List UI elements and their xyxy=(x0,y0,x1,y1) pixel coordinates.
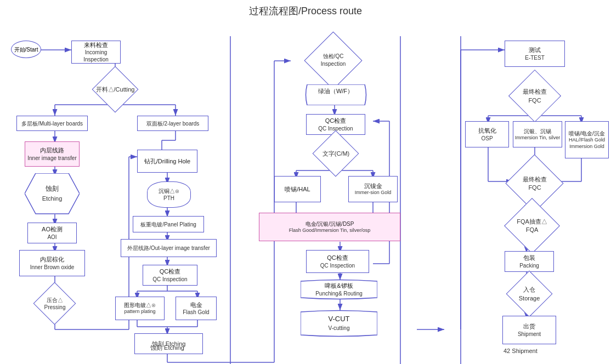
double-layer-label: 双面板/2-layer boards xyxy=(146,120,200,127)
fqc1-node: 最终检查FQC xyxy=(502,81,568,111)
hal-cn: 喷锡/HAL xyxy=(285,185,310,193)
pattern-plating-node: 图形电镀△⊙ pattern plating xyxy=(115,297,165,320)
imm-tin-silver-en: Immersion Tin, silver xyxy=(515,135,561,141)
svg-text:V-cutting: V-cutting xyxy=(329,325,350,331)
e-test-node: 测试 E-TEST xyxy=(505,41,565,67)
inner-image-cn: 内层线路 xyxy=(40,146,64,154)
svg-text:蚀刻: 蚀刻 xyxy=(46,185,59,192)
outer-image-label: 外层线路/Out-layer image transfer xyxy=(127,244,210,252)
qc-insp-top-node: 蚀检/QCInspection xyxy=(291,44,376,76)
shipment-cn: 出货 xyxy=(523,322,535,330)
green-oil-node: 绿油（W/F） xyxy=(304,84,367,105)
qc3-node: QC检查 QC Inspection xyxy=(306,250,369,273)
incoming-inspection-node: 来料检查 Incoming Inspection xyxy=(71,41,121,64)
qc1-cn: QC检查 xyxy=(160,268,181,275)
hal-flash-node: 喷锡/电金/沉金 HAL//Flash Gold Immersion Gold xyxy=(565,121,609,158)
svg-text:绿油（W/F）: 绿油（W/F） xyxy=(318,88,353,94)
drilling-cn: 钻孔/Drilling Hole xyxy=(144,157,190,165)
cutting-node: 开料△/Cutting xyxy=(88,79,143,100)
e-test-en: E-TEST xyxy=(525,54,545,61)
pth-node: 沉铜△⊙ PTH xyxy=(147,181,191,208)
qc3-en: QC Inspection xyxy=(320,262,355,269)
etching-label-047: 蚀刻 Etching xyxy=(150,344,184,352)
start-node: 开始/Start xyxy=(11,41,41,58)
imm-gold-node: 沉镍金 Immer-sion Gold xyxy=(348,176,398,202)
hal-node: 喷锡/HAL xyxy=(274,176,321,202)
inner-image-en: Inner image transfer xyxy=(27,155,77,162)
packing-cn: 包装 xyxy=(523,254,535,261)
fqc2-node: 最终检查FQC xyxy=(502,165,568,202)
osp-cn: 抗氧化 xyxy=(478,127,496,134)
flash-good-node: 电金/沉银/沉锡/DSP Flash Good/Immersion Tin, s… xyxy=(259,213,400,241)
start-label: 开始/Start xyxy=(14,46,38,53)
svg-marker-81 xyxy=(25,173,80,214)
panel-plating-label: 板重电镀/Panel Plating xyxy=(140,221,196,228)
svg-text:啤板&锣板: 啤板&锣板 xyxy=(325,282,353,289)
inner-brown-cn: 内层棕化 xyxy=(40,255,64,263)
hal-flash-cn: 喷锡/电金/沉金 xyxy=(569,130,605,137)
flash-good-cn: 电金/沉银/沉锡/DSP xyxy=(306,220,354,228)
osp-en: OSP xyxy=(481,135,493,142)
flash-gold-cn: 电金 xyxy=(190,301,202,309)
incoming-cn: 来料检查 xyxy=(84,41,108,49)
e-test-cn: 测试 xyxy=(529,46,541,54)
aoi-node: AO检测 AOI xyxy=(27,223,77,243)
page-title: 过程流程图/Process route xyxy=(0,0,611,20)
panel-plating-node: 板重电镀/Panel Plating xyxy=(133,216,204,232)
inner-brown-node: 内层棕化 Inner Brown oxide xyxy=(19,250,85,276)
qc2-cn: QC检查 xyxy=(325,117,347,124)
pth-en: PTH xyxy=(163,195,174,202)
flash-gold-en: Flash Gold xyxy=(183,309,209,316)
punching-node: 啤板&锣板 Punching& Routing xyxy=(301,278,377,300)
packing-en: Packing xyxy=(519,262,539,269)
imm-gold-cn: 沉镍金 xyxy=(364,182,382,190)
qc1-node: QC检查 QC Inspection xyxy=(143,265,197,286)
shipment-en: Shipment xyxy=(518,331,541,338)
shipment-node: 出货 Shipment xyxy=(502,316,556,344)
shipment-label-42: 42 Shipment xyxy=(503,348,538,354)
double-layer-node: 双面板/2-layer boards xyxy=(137,116,208,131)
multi-layer-node: 多层板/Multi-layer boards xyxy=(16,116,88,131)
osp-node: 抗氧化 OSP xyxy=(465,121,509,147)
outer-image-node: 外层线路/Out-layer image transfer xyxy=(121,239,217,257)
inner-image-node: 内层线路 Inner image transfer xyxy=(25,141,80,167)
vcut-node: V-CUT V-cutting xyxy=(301,309,377,338)
inner-brown-en: Inner Brown oxide xyxy=(30,264,75,271)
qc3-cn: QC检查 xyxy=(327,254,348,261)
aoi-cn: AO检测 xyxy=(42,225,63,233)
pattern-plating-cn: 图形电镀△⊙ xyxy=(124,302,156,309)
hal-flash-en: HAL//Flash Gold Immersion Gold xyxy=(569,137,605,150)
imm-tin-silver-node: 沉银、沉锡 Immersion Tin, silver xyxy=(513,121,562,147)
svg-text:V-CUT: V-CUT xyxy=(329,315,350,323)
flash-gold-node: 电金 Flash Gold xyxy=(176,297,217,320)
etching-node: 蚀刻 Etching xyxy=(25,173,80,214)
pattern-plating-en: pattern plating xyxy=(124,309,155,315)
imm-gold-en: Immer-sion Gold xyxy=(355,190,392,196)
aoi-en: AOI xyxy=(47,234,56,241)
pressing-node: 压合△Pressing xyxy=(27,287,82,320)
qc1-en: QC Inspection xyxy=(152,276,187,283)
packing-node: 包装 Packing xyxy=(505,251,554,272)
imm-tin-silver-cn: 沉银、沉锡 xyxy=(524,128,551,135)
flash-good-en: Flash Good/Immersion Tin, silver/osp xyxy=(289,228,371,234)
fqa-node: FQA抽查△FQA xyxy=(499,207,565,244)
svg-text:Punching& Routing: Punching& Routing xyxy=(315,291,363,297)
flowchart: 开始/Start 来料检查 Incoming Inspection 开料△/Cu… xyxy=(0,20,611,364)
pth-cn: 沉铜△⊙ xyxy=(159,187,179,195)
drilling-node: 钻孔/Drilling Hole xyxy=(137,150,197,173)
storage-node: 入仓Storage xyxy=(501,279,558,309)
multi-layer-label: 多层板/Multi-layer boards xyxy=(21,120,83,127)
text-cm-node: 文字(C/M) xyxy=(304,140,367,167)
incoming-en: Incoming Inspection xyxy=(72,49,120,63)
svg-text:Etching: Etching xyxy=(42,195,63,202)
